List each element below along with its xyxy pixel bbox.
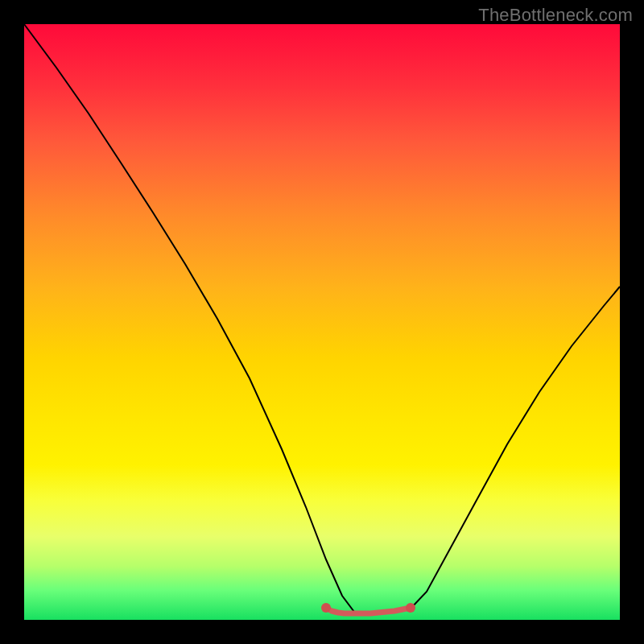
curve-svg	[24, 24, 620, 620]
bottleneck-curve	[24, 24, 620, 613]
highlight-end-dot	[406, 603, 415, 613]
plot-area	[24, 24, 620, 620]
watermark-label: TheBottleneck.com	[478, 5, 633, 26]
highlight-segment	[326, 608, 411, 613]
chart-frame: TheBottleneck.com	[0, 0, 644, 644]
highlight-end-dot	[321, 603, 331, 613]
